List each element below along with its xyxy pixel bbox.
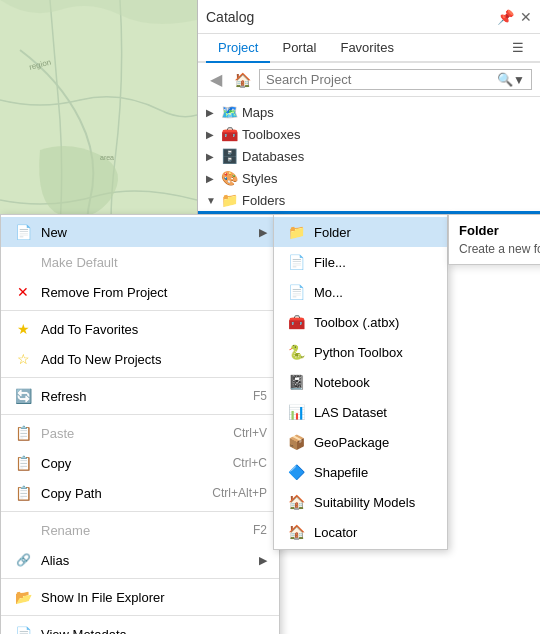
explorer-icon: 📂 xyxy=(13,587,33,607)
ctx-sub-file[interactable]: 📄 File... xyxy=(274,247,447,277)
home-button[interactable]: 🏠 xyxy=(230,70,255,90)
separator-3 xyxy=(1,414,279,415)
tree-label-toolboxes: Toolboxes xyxy=(242,127,301,142)
tooltip-title: Folder xyxy=(459,223,540,238)
folders-icon: 📁 xyxy=(220,191,238,209)
ctx-show-explorer[interactable]: 📂 Show In File Explorer xyxy=(1,582,279,612)
catalog-title: Catalog xyxy=(206,9,497,25)
ctx-sub-notebook-label: Notebook xyxy=(314,375,435,390)
alias-icon: 🔗 xyxy=(13,550,33,570)
ctx-new[interactable]: 📄 New ▶ xyxy=(1,217,279,247)
separator-5 xyxy=(1,578,279,579)
tree-item-folders[interactable]: ▼ 📁 Folders xyxy=(198,189,540,211)
ctx-sub-locator[interactable]: 🏠 Locator xyxy=(274,517,447,547)
toolboxes-icon: 🧰 xyxy=(220,125,238,143)
sub-las-icon: 📊 xyxy=(286,402,306,422)
ctx-sub-shapefile-label: Shapefile xyxy=(314,465,435,480)
separator-4 xyxy=(1,511,279,512)
search-dropdown-icon[interactable]: ▼ xyxy=(513,73,525,87)
tree-label-styles: Styles xyxy=(242,171,277,186)
tab-portal[interactable]: Portal xyxy=(270,34,328,63)
ctx-alias-label: Alias xyxy=(41,553,259,568)
ctx-sub-notebook[interactable]: 📓 Notebook xyxy=(274,367,447,397)
tree-item-databases[interactable]: ▶ 🗄️ Databases xyxy=(198,145,540,167)
ctx-copy-path-shortcut: Ctrl+Alt+P xyxy=(212,486,267,500)
ctx-sub-shapefile[interactable]: 🔷 Shapefile xyxy=(274,457,447,487)
pin-icon[interactable]: 📌 xyxy=(497,9,514,25)
ctx-make-default-label: Make Default xyxy=(41,255,267,270)
search-icon[interactable]: 🔍 xyxy=(497,72,513,87)
tree-item-maps[interactable]: ▶ 🗺️ Maps xyxy=(198,101,540,123)
ctx-alias-arrow: ▶ xyxy=(259,554,267,567)
sub-notebook-icon: 📓 xyxy=(286,372,306,392)
ctx-sub-folder-label: Folder xyxy=(314,225,435,240)
tree-item-toolboxes[interactable]: ▶ 🧰 Toolboxes xyxy=(198,123,540,145)
ctx-rename: Rename F2 xyxy=(1,515,279,545)
sub-folder-icon: 📁 xyxy=(286,222,306,242)
sub-file-icon: 📄 xyxy=(286,252,306,272)
ctx-sub-folder[interactable]: 📁 Folder xyxy=(274,217,447,247)
ctx-sub-mo-label: Mo... xyxy=(314,285,435,300)
ctx-sub-geopackage[interactable]: 📦 GeoPackage xyxy=(274,427,447,457)
tree-label-maps: Maps xyxy=(242,105,274,120)
separator-2 xyxy=(1,377,279,378)
copy-icon: 📋 xyxy=(13,453,33,473)
catalog-tabs: Project Portal Favorites ☰ xyxy=(198,34,540,63)
ctx-sub-suitability[interactable]: 🏠 Suitability Models xyxy=(274,487,447,517)
close-icon[interactable]: ✕ xyxy=(520,9,532,25)
ctx-sub-geopackage-label: GeoPackage xyxy=(314,435,435,450)
databases-icon: 🗄️ xyxy=(220,147,238,165)
tree-label-databases: Databases xyxy=(242,149,304,164)
ctx-remove-label: Remove From Project xyxy=(41,285,267,300)
ctx-paste: 📋 Paste Ctrl+V xyxy=(1,418,279,448)
tooltip-desc: Create a new folder. xyxy=(459,242,540,256)
back-button[interactable]: ◀ xyxy=(206,68,226,91)
sub-suitability-icon: 🏠 xyxy=(286,492,306,512)
ctx-copy[interactable]: 📋 Copy Ctrl+C xyxy=(1,448,279,478)
catalog-search: ◀ 🏠 🔍 ▼ xyxy=(198,63,540,97)
ctx-sub-mo[interactable]: 📄 Mo... xyxy=(274,277,447,307)
tab-project[interactable]: Project xyxy=(206,34,270,63)
search-box[interactable]: 🔍 ▼ xyxy=(259,69,532,90)
ctx-add-favorites[interactable]: ★ Add To Favorites xyxy=(1,314,279,344)
catalog-titlebar: Catalog 📌 ✕ xyxy=(198,0,540,34)
ctx-copy-label: Copy xyxy=(41,456,213,471)
ctx-alias[interactable]: 🔗 Alias ▶ xyxy=(1,545,279,575)
ctx-rename-shortcut: F2 xyxy=(253,523,267,537)
ctx-add-new-projects-label: Add To New Projects xyxy=(41,352,267,367)
ctx-sub-las[interactable]: 📊 LAS Dataset xyxy=(274,397,447,427)
context-menu-right: 📁 Folder 📄 File... 📄 Mo... 🧰 Toolbox (.a… xyxy=(273,214,448,550)
ctx-sub-python[interactable]: 🐍 Python Toolbox xyxy=(274,337,447,367)
ctx-show-explorer-label: Show In File Explorer xyxy=(41,590,267,605)
tree-arrow-toolboxes: ▶ xyxy=(206,129,220,140)
star-outline-icon: ☆ xyxy=(13,349,33,369)
new-icon: 📄 xyxy=(13,222,33,242)
svg-text:area: area xyxy=(100,154,114,161)
ctx-copy-path[interactable]: 📋 Copy Path Ctrl+Alt+P xyxy=(1,478,279,508)
ctx-add-favorites-label: Add To Favorites xyxy=(41,322,267,337)
sub-geopackage-icon: 📦 xyxy=(286,432,306,452)
copy-path-icon: 📋 xyxy=(13,483,33,503)
ctx-sub-toolbox[interactable]: 🧰 Toolbox (.atbx) xyxy=(274,307,447,337)
tab-favorites[interactable]: Favorites xyxy=(328,34,405,63)
ctx-remove-from-project[interactable]: ✕ Remove From Project xyxy=(1,277,279,307)
folder-tooltip: Folder Create a new folder. xyxy=(448,214,540,265)
search-input[interactable] xyxy=(266,72,497,87)
tree-arrow-styles: ▶ xyxy=(206,173,220,184)
star-filled-icon: ★ xyxy=(13,319,33,339)
ctx-refresh-shortcut: F5 xyxy=(253,389,267,403)
ctx-view-metadata[interactable]: 📄 View Metadata xyxy=(1,619,279,634)
tree-arrow-maps: ▶ xyxy=(206,107,220,118)
catalog-menu-icon[interactable]: ☰ xyxy=(504,34,532,61)
separator-1 xyxy=(1,310,279,311)
ctx-sub-python-label: Python Toolbox xyxy=(314,345,435,360)
ctx-add-new-projects[interactable]: ☆ Add To New Projects xyxy=(1,344,279,374)
separator-6 xyxy=(1,615,279,616)
ctx-rename-label: Rename xyxy=(41,523,233,538)
titlebar-icons: 📌 ✕ xyxy=(497,9,532,25)
tree-item-styles[interactable]: ▶ 🎨 Styles xyxy=(198,167,540,189)
sub-toolbox-icon: 🧰 xyxy=(286,312,306,332)
ctx-refresh[interactable]: 🔄 Refresh F5 xyxy=(1,381,279,411)
maps-icon: 🗺️ xyxy=(220,103,238,121)
rename-icon xyxy=(13,520,33,540)
